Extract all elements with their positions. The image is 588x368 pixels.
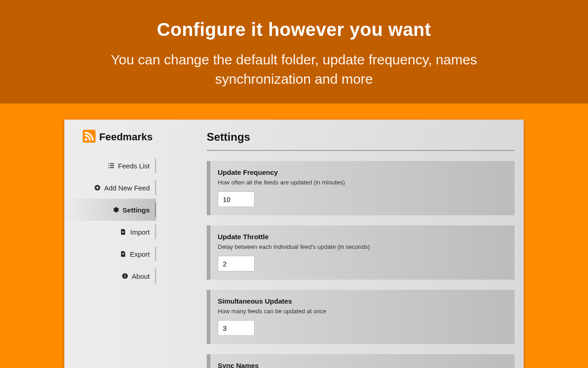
hero-title: Configure it however you want: [0, 19, 588, 40]
sidebar-item-label: Import: [130, 228, 150, 236]
list-icon: [108, 162, 114, 169]
content-area: Settings Update Frequency How often all …: [207, 131, 514, 368]
svg-rect-4: [108, 165, 109, 166]
setting-title: Simultaneous Updates: [218, 297, 506, 305]
hero-subtitle: You can change the default folder, updat…: [106, 50, 482, 89]
update-throttle-input[interactable]: [218, 256, 254, 271]
info-icon: [122, 273, 128, 279]
sidebar-item-label: Settings: [123, 206, 150, 214]
sidebar-item-label: Export: [130, 250, 150, 258]
sidebar-item-add-feed[interactable]: Add New Feed: [64, 177, 156, 199]
setting-sync-names: Sync Names: [207, 354, 514, 368]
simultaneous-updates-input[interactable]: [218, 320, 254, 336]
plus-circle-icon: [94, 184, 101, 191]
setting-simultaneous-updates: Simultaneous Updates How many feeds can …: [207, 290, 514, 344]
sidebar-item-import[interactable]: Import: [64, 221, 156, 243]
setting-desc: How many feeds can be updated at once: [218, 308, 506, 315]
file-import-icon: [120, 229, 126, 235]
gear-icon: [113, 207, 119, 213]
sidebar-item-settings[interactable]: Settings: [64, 199, 156, 221]
setting-title: Sync Names: [218, 362, 506, 368]
file-export-icon: [120, 251, 126, 257]
setting-update-frequency: Update Frequency How often all the feeds…: [207, 161, 514, 215]
setting-desc: Delay between each individual feed's upd…: [218, 243, 506, 250]
app-window: Feedmarks Feeds List Add New Feed Settin…: [64, 120, 524, 368]
hero-banner: Configure it however you want You can ch…: [0, 0, 588, 104]
svg-rect-7: [110, 167, 114, 168]
svg-rect-10: [96, 187, 99, 188]
sidebar-item-label: Add New Feed: [104, 184, 150, 192]
setting-title: Update Throttle: [218, 233, 506, 241]
svg-rect-2: [108, 163, 109, 164]
svg-rect-3: [110, 163, 114, 164]
svg-rect-12: [124, 276, 125, 277]
brand-name: Feedmarks: [99, 131, 153, 143]
svg-rect-13: [124, 275, 125, 276]
page-title: Settings: [207, 131, 514, 144]
sidebar-item-about[interactable]: About: [64, 265, 156, 287]
setting-title: Update Frequency: [218, 168, 506, 176]
sidebar-item-export[interactable]: Export: [64, 243, 156, 265]
svg-rect-6: [108, 167, 109, 168]
divider: [207, 150, 514, 151]
svg-rect-5: [110, 165, 114, 166]
rss-icon: [83, 130, 96, 144]
svg-point-1: [85, 138, 87, 141]
sidebar-item-label: About: [132, 272, 150, 280]
sidebar-item-feeds-list[interactable]: Feeds List: [64, 155, 156, 177]
setting-desc: How often all the feeds are updated (in …: [218, 179, 506, 186]
sidebar-nav: Feeds List Add New Feed Settings Import …: [64, 155, 156, 287]
sidebar: Feedmarks Feeds List Add New Feed Settin…: [64, 120, 156, 287]
sidebar-item-label: Feeds List: [118, 162, 150, 170]
brand: Feedmarks: [64, 130, 156, 144]
update-frequency-input[interactable]: [218, 191, 254, 207]
svg-rect-0: [83, 130, 96, 143]
setting-update-throttle: Update Throttle Delay between each indiv…: [207, 225, 514, 280]
